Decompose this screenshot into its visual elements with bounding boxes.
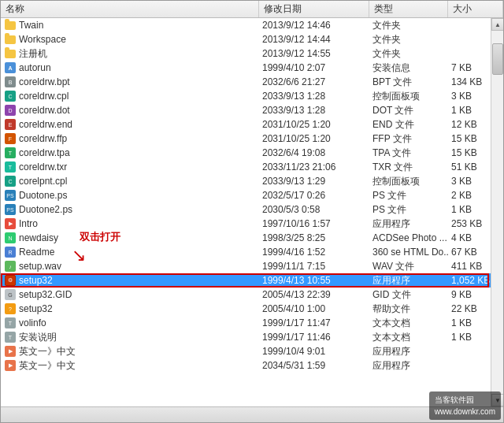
- file-name-cell: B coreldrw.bpt: [1, 75, 259, 89]
- table-row[interactable]: D coreldrw.dot 2033/9/13 1:28 DOT 文件 1 K…: [1, 103, 503, 117]
- file-date-cell: 1999/11/1 7:15: [259, 259, 369, 273]
- file-date-cell: 1999/10/4 9:01: [259, 344, 369, 358]
- file-type-icon: N: [4, 232, 17, 244]
- file-date-cell: 2033/9/13 1:28: [259, 103, 369, 117]
- file-name-cell: G setup32.GID: [1, 288, 259, 302]
- file-name-cell: T coreldrw.txr: [1, 160, 259, 174]
- file-name-cell: C corelpnt.cpl: [1, 174, 259, 188]
- file-type-icon: ▶: [4, 359, 17, 372]
- file-name: coreldrw.ffp: [19, 133, 67, 144]
- file-type-cell: 控制面板项: [369, 89, 448, 103]
- file-date-cell: 2032/6/4 19:08: [259, 146, 369, 160]
- file-date-cell: 2005/4/10 1:00: [259, 302, 369, 316]
- file-name-cell: PS Duotone.ps: [1, 188, 259, 202]
- file-name: corelpnt.cpl: [19, 176, 67, 187]
- file-type-icon: [4, 19, 17, 32]
- table-row[interactable]: C coreldrw.cpl 2033/9/13 1:28 控制面板项 3 KB: [1, 89, 503, 103]
- file-type-icon: T: [4, 331, 17, 343]
- table-row[interactable]: N newdaisy 1998/3/25 8:25 ACDSee Photo .…: [1, 231, 503, 245]
- file-date-cell: 2032/5/17 0:26: [259, 188, 369, 202]
- file-name: 安装说明: [19, 331, 57, 344]
- file-type-cell: 应用程序: [369, 344, 448, 358]
- header-size[interactable]: 大小: [448, 1, 503, 17]
- file-type-icon: [4, 47, 17, 60]
- table-row[interactable]: G setup32.GID 2005/4/13 22:39 GID 文件 9 K…: [1, 288, 503, 302]
- table-row[interactable]: ▶ 英文一》中文 2034/5/31 1:59 应用程序: [1, 358, 503, 373]
- table-row[interactable]: C corelpnt.cpl 2033/9/13 1:29 控制面板项 3 KB: [1, 174, 503, 188]
- file-name-cell: ▶ 英文一》中文: [1, 344, 259, 358]
- file-name: coreldrw.txr: [19, 161, 67, 173]
- table-row[interactable]: A autorun 1999/4/10 2:07 安装信息 7 KB: [1, 61, 503, 75]
- file-name-cell: 注册机: [1, 46, 259, 61]
- table-row[interactable]: ? setup32 2005/4/10 1:00 帮助文件 22 KB: [1, 302, 503, 316]
- file-type-icon: B: [4, 76, 17, 88]
- table-row[interactable]: ▶ 英文一》中文 1999/10/4 9:01 应用程序: [1, 344, 503, 358]
- table-row[interactable]: 注册机 2013/9/12 14:55 文件夹: [1, 46, 503, 61]
- table-row[interactable]: T coreldrw.tpa 2032/6/4 19:08 TPA 文件 15 …: [1, 146, 503, 160]
- file-date-cell: 2030/5/3 0:58: [259, 202, 369, 217]
- status-bar: [1, 406, 503, 422]
- file-type-cell: TXR 文件: [369, 160, 448, 174]
- file-type-cell: ACDSee Photo ...: [369, 231, 448, 245]
- table-row[interactable]: B coreldrw.bpt 2032/6/6 21:27 BPT 文件 134…: [1, 75, 503, 89]
- table-row[interactable]: ⚙ setup32 1999/4/13 10:55 应用程序 1,052 KB: [1, 273, 503, 288]
- header-type[interactable]: 类型: [369, 1, 448, 17]
- file-type-cell: DOT 文件: [369, 103, 448, 117]
- scrollbar-thumb[interactable]: [492, 43, 503, 75]
- header-date[interactable]: 修改日期: [259, 1, 369, 17]
- file-name-cell: ▶ 英文一》中文: [1, 358, 259, 373]
- file-type-icon: T: [4, 317, 17, 329]
- table-row[interactable]: ▶ Intro 1997/10/16 1:57 应用程序 253 KB: [1, 217, 503, 231]
- file-name: Duotone2.ps: [19, 204, 72, 215]
- table-row[interactable]: T coreldrw.txr 2033/11/23 21:06 TXR 文件 5…: [1, 160, 503, 174]
- file-type-icon: [4, 33, 17, 46]
- file-explorer: 名称 修改日期 类型 大小 Twain 2013/9/12 14:46 文件夹 …: [0, 0, 504, 423]
- file-type-icon: T: [4, 161, 17, 173]
- table-row[interactable]: E coreldrw.end 2031/10/25 1:20 END 文件 12…: [1, 117, 503, 132]
- table-row[interactable]: F coreldrw.ffp 2031/10/25 1:20 FFP 文件 15…: [1, 132, 503, 146]
- table-row[interactable]: T volinfo 1999/1/17 11:47 文本文档 1 KB: [1, 316, 503, 330]
- file-type-icon: C: [4, 175, 17, 187]
- file-type-icon: ▶: [4, 345, 17, 358]
- file-type-cell: 应用程序: [369, 273, 448, 288]
- file-name: Twain: [19, 20, 43, 31]
- file-name: coreldrw.bpt: [19, 76, 70, 87]
- file-name: Workspace: [19, 34, 66, 45]
- file-date-cell: 1999/1/17 11:46: [259, 330, 369, 344]
- file-type-cell: PS 文件: [369, 188, 448, 202]
- file-date-cell: 1999/1/17 11:47: [259, 316, 369, 330]
- scrollbar-up-button[interactable]: ▲: [491, 18, 503, 31]
- file-name-cell: ▶ Intro: [1, 217, 259, 231]
- file-name: coreldrw.dot: [19, 105, 70, 116]
- file-name-cell: T 安装说明: [1, 330, 259, 344]
- file-name-cell: A autorun: [1, 61, 259, 75]
- file-type-cell: GID 文件: [369, 288, 448, 302]
- table-row[interactable]: PS Duotone.ps 2032/5/17 0:26 PS 文件 2 KB: [1, 188, 503, 202]
- file-date-cell: 2031/10/25 1:20: [259, 117, 369, 132]
- file-type-cell: TPA 文件: [369, 146, 448, 160]
- file-name-cell: D coreldrw.dot: [1, 103, 259, 117]
- header-name[interactable]: 名称: [1, 1, 259, 17]
- file-type-cell: 控制面板项: [369, 174, 448, 188]
- file-type-cell: PS 文件: [369, 202, 448, 217]
- file-name-cell: F coreldrw.ffp: [1, 132, 259, 146]
- file-name-cell: PS Duotone2.ps: [1, 202, 259, 217]
- file-name-cell: ⚙ setup32: [1, 273, 259, 288]
- table-row[interactable]: Twain 2013/9/12 14:46 文件夹: [1, 18, 503, 32]
- file-type-icon: A: [4, 61, 17, 74]
- file-name: coreldrw.end: [19, 119, 72, 130]
- table-row[interactable]: R Readme 1999/4/16 1:52 360 se HTML Do..…: [1, 245, 503, 259]
- table-row[interactable]: ♪ setup.wav 1999/11/1 7:15 WAV 文件 411 KB: [1, 259, 503, 273]
- file-type-icon: F: [4, 132, 17, 145]
- table-row[interactable]: T 安装说明 1999/1/17 11:46 文本文档 1 KB: [1, 330, 503, 344]
- table-row[interactable]: PS Duotone2.ps 2030/5/3 0:58 PS 文件 1 KB: [1, 202, 503, 217]
- file-name: 注册机: [19, 47, 47, 61]
- file-list-container[interactable]: Twain 2013/9/12 14:46 文件夹 Workspace 2013…: [1, 18, 503, 406]
- file-type-icon: ⚙: [4, 274, 17, 287]
- file-date-cell: 1997/10/16 1:57: [259, 217, 369, 231]
- table-row[interactable]: Workspace 2013/9/12 14:44 文件夹: [1, 32, 503, 46]
- file-type-icon: G: [4, 288, 17, 301]
- scrollbar[interactable]: ▲ ▼: [491, 18, 503, 406]
- file-type-cell: 帮助文件: [369, 302, 448, 316]
- file-name-cell: E coreldrw.end: [1, 117, 259, 132]
